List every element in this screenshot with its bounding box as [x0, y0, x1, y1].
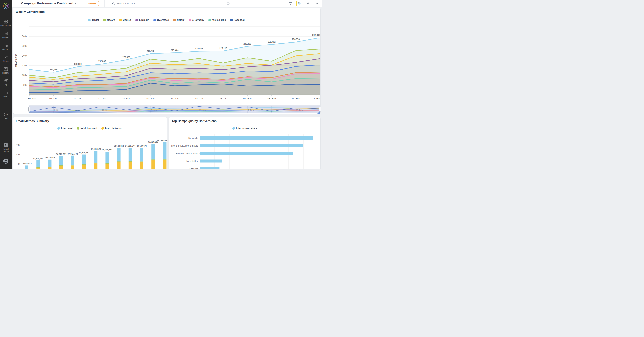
ai-sparkle-icon[interactable]	[306, 1, 310, 6]
bar-newsletter[interactable]	[200, 160, 222, 163]
weekly-conversions-panel: Weekly Conversions TargetMacy'sCostcoLin…	[13, 8, 321, 114]
y-axis-tick-label: 300k	[22, 35, 27, 38]
bar-value-label: 16,942,814	[22, 162, 32, 165]
bar-segment-total-delivered[interactable]	[60, 166, 63, 168]
bar-segment-total-sent[interactable]	[128, 148, 132, 161]
x-axis-tick-label: 08. Feb	[268, 97, 276, 100]
category-label: 30% off Limited Sale	[176, 152, 198, 155]
bar-segment-total-sent[interactable]	[36, 160, 40, 167]
y-axis-tick-label: 60M	[16, 144, 20, 147]
point-data-label: 178,838	[122, 56, 130, 58]
search-input[interactable]	[116, 2, 224, 5]
sidebar-item-alerts[interactable]: Alerts	[0, 53, 12, 64]
email-metrics-chart[interactable]: 20M40M60M16,942,81427,945,57029,577,0593…	[13, 117, 167, 168]
bar-segment-total-delivered[interactable]	[152, 160, 155, 168]
bar-segment-total-sent[interactable]	[71, 156, 74, 165]
bar-segment-total-sent[interactable]	[60, 156, 63, 165]
filter-icon[interactable]	[288, 1, 293, 6]
bar-segment-total-delivered[interactable]	[163, 160, 166, 168]
bar-segment-total-sent[interactable]	[106, 152, 109, 163]
bar-segment-total-sent[interactable]	[163, 142, 166, 159]
y-axis-tick-label: 100k	[22, 74, 27, 77]
bar-segment-total-sent[interactable]	[117, 148, 120, 161]
sidebar-item-label: Help	[4, 117, 8, 119]
search-icon	[112, 2, 115, 5]
bar-segment-total-delivered[interactable]	[106, 164, 109, 168]
bar-segment-total-sent[interactable]	[94, 151, 98, 163]
navigator-date-label: 22. Dec	[102, 109, 109, 111]
bar-segment-total-bounced[interactable]	[152, 159, 155, 160]
bar-value-label: 53,983,971	[137, 145, 147, 147]
svg-text:?: ?	[228, 2, 229, 4]
bar-more-artists-more-music[interactable]	[200, 144, 303, 147]
bar-account[interactable]	[200, 167, 219, 168]
question-circle-icon[interactable]: ?	[226, 2, 230, 5]
bar-segment-total-sent[interactable]	[152, 144, 155, 159]
y-axis-tick-label: 150k	[22, 64, 27, 67]
topbar: Campaign Performance Dashboard New + ? ⚙	[12, 0, 322, 7]
sidebar-nav: DashboardsWidgetsQueriesAlertsReportsAIM…	[0, 17, 12, 100]
sidebar-item-widgets[interactable]: Widgets	[0, 29, 12, 41]
report-icon	[4, 67, 8, 71]
bar-segment-total-bounced[interactable]	[71, 165, 74, 166]
new-button[interactable]: New +	[86, 1, 99, 6]
navigator-left-handle[interactable]	[28, 107, 30, 112]
sidebar-item-dashboards[interactable]: Dashboards	[0, 17, 12, 29]
gear-icon[interactable]: ⚙	[297, 1, 302, 6]
bar-segment-total-bounced[interactable]	[163, 159, 166, 159]
bar-segment-total-bounced[interactable]	[36, 167, 40, 168]
bar-segment-total-delivered[interactable]	[82, 165, 86, 168]
bar-segment-total-delivered[interactable]	[140, 162, 144, 168]
x-axis-tick-label: 25. Jan	[219, 97, 227, 100]
bar-segment-total-bounced[interactable]	[60, 165, 63, 166]
bar-segment-total-bounced[interactable]	[48, 167, 51, 167]
sidebar-item-label: Knowi Admin	[2, 148, 10, 153]
bar-segment-total-sent[interactable]	[25, 165, 28, 168]
point-data-label: 225,115	[219, 47, 227, 49]
chevron-down-icon[interactable]	[74, 2, 77, 4]
bar-segment-total-bounced[interactable]	[128, 161, 132, 162]
bar-segment-total-bounced[interactable]	[82, 164, 86, 165]
bar-segment-total-bounced[interactable]	[117, 161, 120, 162]
sidebar-item-ai[interactable]: AI	[0, 76, 12, 88]
bar-segment-total-delivered[interactable]	[36, 168, 40, 168]
bar-segment-total-sent[interactable]	[140, 148, 144, 161]
bar-segment-total-delivered[interactable]	[128, 162, 132, 168]
sidebar-item-more[interactable]: More	[0, 88, 12, 100]
weekly-conversions-chart[interactable]: 050k100k150k200k250k300kconversions30. N…	[13, 8, 321, 114]
bar-segment-total-sent[interactable]	[82, 154, 86, 164]
knowi-logo-icon[interactable]	[2, 3, 9, 9]
x-axis-tick-label: 15. Feb	[292, 97, 300, 100]
bar-segment-total-bounced[interactable]	[106, 163, 109, 164]
navigator-right-handle[interactable]	[319, 107, 321, 112]
category-label: Newsletter	[186, 160, 198, 162]
bar-segment-total-delivered[interactable]	[71, 166, 74, 168]
top-campaigns-chart[interactable]: RewardsMore artists, more music30% off L…	[169, 117, 321, 168]
bar-value-label: 66,199,699	[156, 139, 167, 141]
point-data-label: 114,959	[50, 68, 57, 71]
bar-30-off-limited-sale[interactable]	[200, 152, 293, 155]
bar-segment-total-delivered[interactable]	[94, 163, 98, 168]
bar-segment-total-delivered[interactable]	[48, 167, 51, 168]
sidebar-item-knowi-admin[interactable]: Knowi Admin	[0, 143, 12, 153]
more-ellipsis-icon[interactable]	[314, 1, 318, 6]
search-bar[interactable]	[110, 1, 226, 6]
sidebar-item-queries[interactable]: Queries	[0, 41, 12, 53]
sidebar-item-reports[interactable]: Reports	[0, 64, 12, 76]
y-axis-tick-label: 250k	[22, 45, 27, 47]
bar-segment-total-sent[interactable]	[48, 160, 51, 167]
bar-rewards[interactable]	[200, 136, 314, 140]
category-label: Account	[189, 168, 198, 169]
user-avatar[interactable]	[3, 158, 9, 164]
point-data-label: 157,867	[98, 60, 106, 62]
sidebar-item-label: Widgets	[2, 36, 10, 38]
ai-bot-icon	[4, 79, 8, 83]
series-area-target[interactable]	[29, 38, 320, 95]
bar-segment-total-bounced[interactable]	[140, 161, 144, 162]
bar-segment-total-bounced[interactable]	[94, 163, 98, 163]
sidebar-item-label: Alerts	[3, 60, 8, 62]
sidebar-item-help[interactable]: ? Help	[0, 110, 12, 122]
bar-segment-total-delivered[interactable]	[117, 162, 120, 168]
x-axis-tick-label: 14. Dec	[74, 97, 82, 100]
bar-value-label: 54,166,948	[114, 145, 124, 147]
